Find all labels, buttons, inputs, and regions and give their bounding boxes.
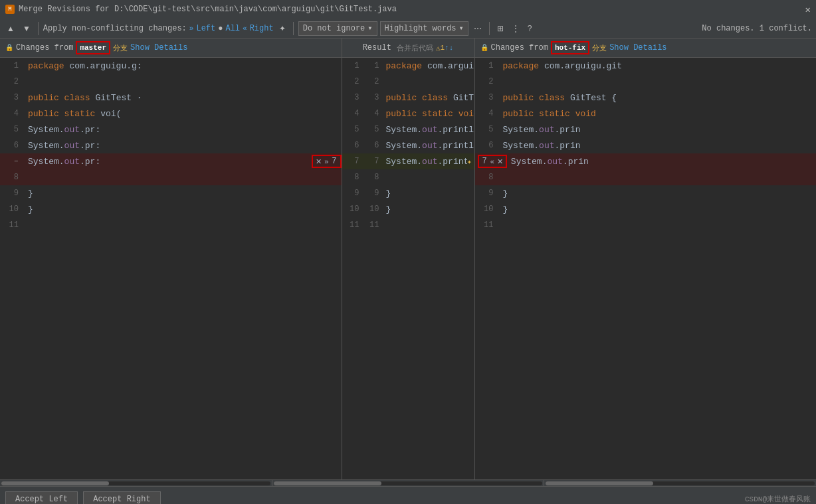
right-show-details[interactable]: Show Details: [609, 43, 666, 52]
left-line-10: 10 }: [0, 201, 342, 217]
magic-btn[interactable]: ✦: [276, 23, 288, 35]
right-line-9: 9 }: [475, 185, 817, 201]
header-panels: 🔒 Changes from master 分支 Show Details Re…: [0, 39, 816, 58]
lock-btn[interactable]: ⊞: [494, 23, 506, 35]
right-line-5: 5 System.out.prin: [475, 122, 817, 137]
right-content-4: public static void: [499, 109, 817, 119]
prev-conflict-btn[interactable]: ▲: [4, 23, 17, 35]
sep2: [293, 22, 294, 35]
center-rightnum-7: 7: [362, 157, 382, 166]
center-line-2: 2 2: [342, 74, 474, 90]
dots-btn[interactable]: ⋯: [471, 23, 484, 35]
left-linenum-9: 9: [0, 189, 24, 198]
close-btn[interactable]: ✕: [805, 4, 811, 15]
help-btn[interactable]: ?: [525, 23, 535, 35]
center-rightnum-5: 5: [362, 125, 382, 134]
right-content-7: System.out.prin: [507, 157, 816, 167]
center-line-8: 8 8: [342, 169, 474, 185]
dropdown-arrow: ▾: [367, 23, 372, 33]
left-linenum-4: 4: [0, 109, 24, 118]
center-scrollbar-section: [272, 480, 545, 486]
left-linecontent-4: public static voi(: [24, 109, 342, 119]
left-code-area: 1 package com.arguigu.g: 2 3 public clas…: [0, 58, 342, 479]
left-link[interactable]: Left: [196, 24, 215, 33]
sep3: [489, 22, 490, 35]
center-leftnum-5: 5: [342, 125, 362, 134]
right-content-6: System.out.prin: [499, 141, 817, 151]
left-conflict-num: 7: [330, 157, 338, 166]
right-line-4: 4 public static void: [475, 106, 817, 122]
right-scrollbar-track[interactable]: [546, 481, 815, 485]
up-arrow-btn[interactable]: ↑: [445, 44, 449, 52]
left-reject-btn[interactable]: ✕: [315, 157, 322, 166]
accept-left-button[interactable]: Accept Left: [5, 491, 78, 505]
left-accept-btn[interactable]: »: [324, 157, 329, 165]
right-line-6: 6 System.out.prin: [475, 137, 817, 153]
center-conflict-icon: ✦: [467, 157, 474, 166]
bottom-bar: Accept Left Accept Right CSDN@来世做春风账: [0, 486, 816, 504]
all-link[interactable]: All: [225, 24, 240, 33]
center-rightnum-2: 2: [362, 77, 382, 86]
nav-arrows-left: »: [189, 25, 194, 33]
center-line-6: 6 6 System.out.printl: [342, 137, 474, 153]
more-btn[interactable]: ⋮: [509, 23, 522, 35]
center-panel-header: Result 合并后代码 ⚠ 1 ↑ ↓: [342, 39, 475, 57]
left-line-4: 4 public static voi(: [0, 106, 342, 122]
right-branch-tag: 分支: [592, 43, 607, 53]
highlight-words-dropdown[interactable]: Highlight words ▾: [380, 21, 468, 36]
do-not-ignore-label: Do not ignore: [303, 24, 365, 33]
right-link[interactable]: Right: [250, 24, 274, 33]
center-line-11: 11 11: [342, 217, 474, 233]
center-scrollbar-thumb[interactable]: [274, 481, 381, 485]
left-linecontent-10: }: [24, 205, 342, 214]
center-leftnum-3: 3: [342, 93, 362, 102]
center-line-9: 9 9 }: [342, 185, 474, 201]
right-panel-header: 🔒 Changes from hot-fix 分支 Show Details: [475, 39, 817, 57]
right-content-3: public class GitTest {: [499, 93, 817, 103]
next-conflict-btn[interactable]: ▼: [20, 23, 33, 35]
right-linenum-6: 6: [475, 141, 499, 150]
accept-right-button[interactable]: Accept Right: [83, 491, 160, 505]
do-not-ignore-dropdown[interactable]: Do not ignore ▾: [298, 21, 377, 36]
left-changes-label: Changes from: [16, 43, 73, 52]
left-linenum-8: 8: [0, 173, 24, 182]
left-linecontent-1: package com.arguigu.g:: [24, 61, 342, 71]
center-line-1: 1 1 package com.arguig: [342, 58, 474, 74]
center-line-10: 10 10 }: [342, 201, 474, 217]
center-content-5: System.out.printl: [382, 125, 474, 135]
left-scrollbar-section: [0, 480, 272, 486]
left-linenum-7: –: [0, 157, 24, 166]
right-scrollbar-section: [544, 480, 816, 486]
left-line-9: 9 }: [0, 185, 342, 201]
right-content-10: }: [499, 205, 817, 214]
status-text: No changes. 1 conflict.: [702, 24, 812, 33]
scrollbars-row: [0, 479, 816, 486]
down-arrow-btn[interactable]: ↓: [449, 44, 454, 52]
right-content-1: package com.arguigu.git: [499, 61, 817, 71]
left-line-11: 11: [0, 217, 342, 233]
left-linecontent-9: }: [24, 189, 342, 199]
left-scrollbar-thumb[interactable]: [1, 481, 109, 485]
right-linenum-9: 9: [475, 189, 499, 198]
center-leftnum-11: 11: [342, 220, 362, 230]
watermark: CSDN@来世做春风账: [745, 494, 811, 504]
center-leftnum-1: 1: [342, 61, 362, 70]
center-rightnum-3: 3: [362, 93, 382, 102]
right-lock-icon: 🔒: [480, 44, 488, 52]
right-scrollbar-thumb[interactable]: [546, 481, 653, 485]
right-conflict-btns: 7 « ✕: [478, 155, 507, 168]
right-reject-btn[interactable]: ✕: [496, 157, 504, 166]
center-diff-panel: 1 1 package com.arguig 2 2 3 3 public cl…: [342, 58, 475, 479]
center-line-5: 5 5 System.out.printl: [342, 122, 474, 137]
center-rightnum-4: 4: [362, 109, 382, 118]
left-scrollbar-track[interactable]: [1, 481, 270, 485]
left-linenum-10: 10: [0, 205, 24, 214]
right-accept-btn[interactable]: «: [490, 157, 495, 165]
center-rightnum-8: 8: [362, 173, 382, 182]
center-rightnum-11: 11: [362, 220, 382, 230]
left-line-8: 8: [0, 169, 342, 185]
center-scrollbar-track[interactable]: [274, 481, 543, 485]
right-linenum-8: 8: [475, 173, 499, 182]
left-show-details[interactable]: Show Details: [130, 43, 187, 52]
center-rightnum-1: 1: [362, 61, 382, 70]
